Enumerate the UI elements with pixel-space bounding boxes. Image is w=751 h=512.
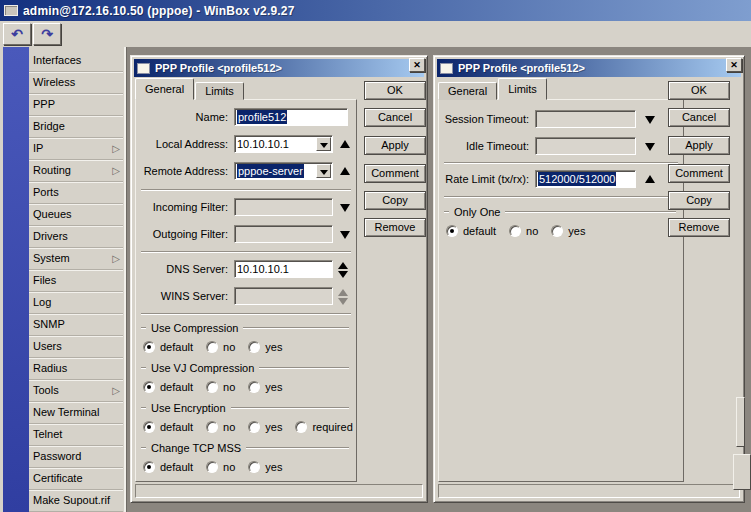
rate-limit-input[interactable]: 512000/512000 — [535, 170, 636, 188]
tab-limits[interactable]: Limits — [195, 82, 244, 100]
separator — [141, 313, 351, 315]
sidebar-item-files[interactable]: Files — [29, 270, 123, 292]
close-icon[interactable]: ✕ — [409, 58, 425, 72]
radio-yes[interactable]: yes — [248, 381, 282, 393]
change-tcp-mss-options: default no yes — [143, 460, 354, 474]
collapse-arrow-icon[interactable] — [645, 175, 655, 183]
radio-icon — [143, 421, 155, 433]
copy-button[interactable]: Copy — [668, 191, 730, 210]
collapse-arrow-icon[interactable] — [340, 167, 350, 175]
cancel-button[interactable]: Cancel — [364, 108, 426, 127]
radio-no[interactable]: no — [509, 225, 538, 237]
tab-general[interactable]: General — [135, 78, 194, 100]
radio-yes[interactable]: yes — [248, 341, 282, 353]
sidebar-item-queues[interactable]: Queues — [29, 204, 123, 226]
sidebar-item-ports[interactable]: Ports — [29, 182, 123, 204]
sidebar-item-snmp[interactable]: SNMP — [29, 314, 123, 336]
dropdown-arrow-icon[interactable] — [340, 204, 350, 212]
wins-server-input[interactable] — [234, 287, 333, 305]
radio-icon — [509, 225, 521, 237]
submenu-arrow-icon: ▷ — [112, 248, 120, 269]
sidebar-item-certificate[interactable]: Certificate — [29, 468, 123, 490]
group-change-tcp-mss: Change TCP MSS — [141, 442, 349, 454]
collapse-arrow-icon[interactable] — [340, 140, 350, 148]
copy-button[interactable]: Copy — [364, 191, 426, 210]
sidebar-item-users[interactable]: Users — [29, 336, 123, 358]
status-bar — [135, 484, 423, 498]
cancel-button[interactable]: Cancel — [668, 108, 730, 127]
sidebar-item-telnet[interactable]: Telnet — [29, 424, 123, 446]
dropdown-arrow-icon[interactable] — [645, 116, 655, 124]
radio-default[interactable]: default — [143, 341, 193, 353]
remove-button[interactable]: Remove — [364, 218, 426, 237]
sidebar-item-drivers[interactable]: Drivers — [29, 226, 123, 248]
radio-default[interactable]: default — [143, 381, 193, 393]
sidebar-item-radius[interactable]: Radius — [29, 358, 123, 380]
radio-icon — [143, 341, 155, 353]
radio-yes[interactable]: yes — [248, 461, 282, 473]
remote-address-combo[interactable]: pppoe-server — [234, 162, 333, 180]
dialog-title-bar[interactable]: PPP Profile <profile512> — [437, 59, 741, 77]
use-vj-compression-options: default no yes — [143, 380, 354, 394]
remove-button[interactable]: Remove — [668, 218, 730, 237]
undo-button[interactable]: ↶ — [3, 23, 31, 45]
dropdown-arrow-icon[interactable] — [316, 164, 331, 178]
apply-button[interactable]: Apply — [668, 136, 730, 155]
sidebar-item-log[interactable]: Log — [29, 292, 123, 314]
sidebar-item-tools[interactable]: Tools▷ — [29, 380, 123, 402]
dialog-title-bar[interactable]: PPP Profile <profile512> — [134, 59, 424, 77]
radio-no[interactable]: no — [206, 461, 235, 473]
sidebar-item-ip[interactable]: IP▷ — [29, 138, 123, 160]
ok-button[interactable]: OK — [668, 81, 730, 100]
sidebar-item-make-supout[interactable]: Make Supout.rif — [29, 490, 123, 512]
sidebar-item-new-terminal[interactable]: New Terminal — [29, 402, 123, 424]
dropdown-arrow-icon[interactable] — [645, 143, 655, 151]
radio-required[interactable]: required — [295, 421, 352, 433]
radio-icon — [248, 381, 260, 393]
dropdown-arrow-icon[interactable] — [316, 137, 331, 151]
comment-button[interactable]: Comment — [668, 164, 730, 183]
tab-general[interactable]: General — [438, 82, 497, 100]
radio-no[interactable]: no — [206, 421, 235, 433]
sidebar-item-password[interactable]: Password — [29, 446, 123, 468]
incoming-filter-combo[interactable] — [234, 198, 333, 216]
dialog-title: PPP Profile <profile512> — [155, 62, 282, 74]
session-timeout-label: Session Timeout: — [439, 110, 529, 128]
radio-yes[interactable]: yes — [248, 421, 282, 433]
apply-button[interactable]: Apply — [364, 136, 426, 155]
sidebar-item-ppp[interactable]: PPP — [29, 94, 123, 116]
sidebar-item-system[interactable]: System▷ — [29, 248, 123, 270]
radio-default[interactable]: default — [143, 461, 193, 473]
close-icon[interactable]: ✕ — [726, 58, 742, 72]
redo-button[interactable]: ↷ — [33, 23, 61, 45]
radio-default[interactable]: default — [446, 225, 496, 237]
radio-no[interactable]: no — [206, 341, 235, 353]
radio-default[interactable]: default — [143, 421, 193, 433]
sidebar-item-routing[interactable]: Routing▷ — [29, 160, 123, 182]
local-address-combo[interactable]: 10.10.10.1 — [234, 135, 333, 153]
dropdown-arrow-icon[interactable] — [340, 231, 350, 239]
idle-timeout-combo[interactable] — [535, 137, 636, 155]
sidebar-item-wireless[interactable]: Wireless — [29, 72, 123, 94]
radio-yes[interactable]: yes — [551, 225, 585, 237]
radio-icon — [143, 461, 155, 473]
outgoing-filter-combo[interactable] — [234, 225, 333, 243]
sidebar-item-interfaces[interactable]: Interfaces — [29, 50, 123, 72]
comment-button[interactable]: Comment — [364, 164, 426, 183]
use-encryption-options: default no yes required — [143, 420, 354, 434]
radio-icon — [248, 421, 260, 433]
ppp-profile-general-dialog: PPP Profile <profile512> ✕ General Limit… — [130, 55, 428, 503]
tab-limits[interactable]: Limits — [498, 78, 547, 100]
group-use-vj-compression: Use VJ Compression — [141, 362, 349, 374]
dns-server-input[interactable]: 10.10.10.1 — [234, 260, 333, 278]
sidebar-item-bridge[interactable]: Bridge — [29, 116, 123, 138]
radio-icon — [206, 381, 218, 393]
main-title-bar: admin@172.16.10.50 (pppoe) - WinBox v2.9… — [0, 0, 751, 21]
ok-button[interactable]: OK — [364, 81, 426, 100]
sidebar: Interfaces Wireless PPP Bridge IP▷ Routi… — [0, 47, 127, 512]
radio-no[interactable]: no — [206, 381, 235, 393]
name-input[interactable]: profile512 — [234, 108, 348, 126]
workspace: Interfaces Wireless PPP Bridge IP▷ Routi… — [0, 47, 751, 512]
dns-server-label: DNS Server: — [136, 260, 228, 278]
session-timeout-combo[interactable] — [535, 110, 636, 128]
